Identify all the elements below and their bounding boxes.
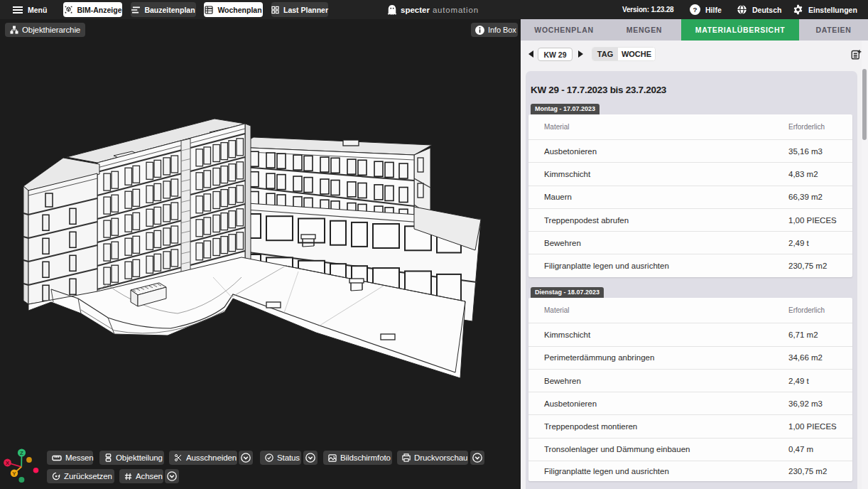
svg-text:Z: Z — [20, 450, 23, 456]
svg-text:X: X — [6, 460, 10, 466]
svg-text:Y: Y — [12, 471, 16, 477]
svg-text:?: ? — [693, 6, 697, 14]
